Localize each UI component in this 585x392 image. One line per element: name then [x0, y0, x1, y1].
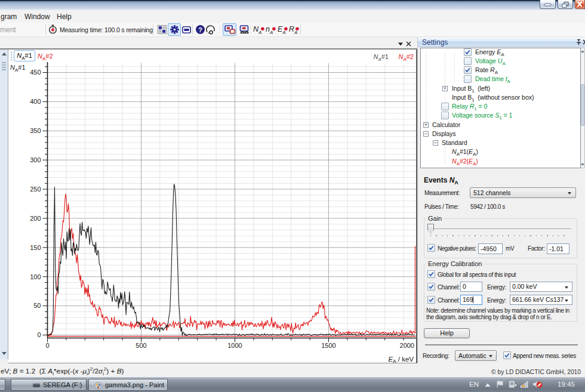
svg-text:0: 0	[45, 342, 49, 349]
svg-text:100: 100	[30, 273, 41, 280]
svg-text:NA#1: NA#1	[373, 53, 389, 62]
svg-text:450: 450	[30, 69, 41, 76]
svg-text:?: ?	[198, 26, 202, 33]
svg-text:50: 50	[33, 302, 41, 309]
svg-text:400: 400	[30, 98, 41, 105]
svg-text:0: 0	[37, 331, 41, 338]
svg-text:2000: 2000	[400, 342, 414, 349]
svg-text:NA#2: NA#2	[398, 53, 414, 62]
svg-text:1000: 1000	[227, 342, 242, 349]
svg-text:1500: 1500	[321, 342, 335, 349]
svg-text:300: 300	[30, 156, 41, 163]
svg-text:250: 250	[30, 186, 41, 193]
svg-text:150: 150	[30, 244, 41, 251]
svg-text:350: 350	[30, 127, 41, 134]
svg-text:500: 500	[136, 342, 146, 349]
svg-text:EA / keV: EA / keV	[389, 356, 414, 363]
svg-text:200: 200	[30, 215, 41, 222]
